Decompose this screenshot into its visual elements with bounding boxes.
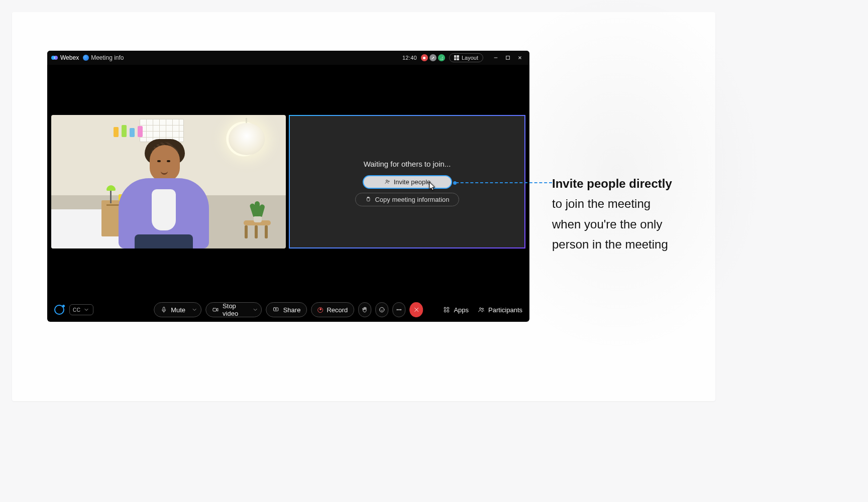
share-screen-icon [273,306,280,313]
chevron-down-icon[interactable] [191,306,198,313]
record-button[interactable]: Record [311,302,354,317]
svg-rect-0 [506,56,510,60]
svg-point-10 [400,309,401,310]
cc-label: CC [73,307,80,313]
annotation-bold: Invite people directly [552,177,672,190]
meeting-controls-bar: CC Mute Stop video Share [47,298,529,322]
window-close-button[interactable] [514,53,525,62]
raise-hand-button[interactable] [358,302,371,317]
info-icon [83,55,89,61]
microphone-icon [160,306,167,313]
invite-people-label: Invite people [394,178,431,186]
webex-meeting-window: Webex Meeting info 12:40 [47,51,529,322]
share-button[interactable]: Share [266,302,307,317]
meeting-clock: 12:40 [402,55,417,61]
layout-grid-icon [454,55,459,60]
webex-logo-icon [51,54,58,61]
svg-point-16 [482,308,484,310]
mute-button[interactable]: Mute [154,302,201,317]
svg-rect-4 [163,307,165,310]
network-status-icon[interactable] [438,54,445,61]
svg-rect-12 [448,307,450,309]
layout-label: Layout [462,55,478,61]
svg-point-8 [397,309,398,310]
participants-label: Participants [488,306,522,314]
svg-point-7 [380,307,384,312]
more-options-button[interactable] [393,302,406,317]
clipboard-icon [365,196,372,203]
meeting-info-button[interactable]: Meeting info [83,54,124,61]
app-name: Webex [60,54,79,61]
status-pills [421,54,445,61]
annotation-line-3: when you're the only [552,217,662,231]
record-label: Record [327,306,348,314]
reactions-button[interactable] [375,302,388,317]
titlebar: Webex Meeting info 12:40 [47,51,529,65]
meeting-info-label: Meeting info [91,54,124,61]
leave-meeting-button[interactable] [410,302,423,317]
camera-icon [212,306,219,313]
layout-button[interactable]: Layout [449,53,483,62]
stop-video-button[interactable]: Stop video [205,302,262,317]
annotation-callout: Invite people directly to join the meeti… [552,174,698,255]
apps-button[interactable]: Apps [443,306,469,314]
waiting-status-text: Waiting for others to join... [364,160,451,168]
window-minimize-button[interactable] [490,53,501,62]
annotation-line-2: to join the meeting [552,197,650,210]
participants-icon [478,306,485,313]
recording-status-icon[interactable] [421,54,428,61]
annotation-line-4: person in the meeting [552,237,668,251]
smiley-icon [378,306,385,313]
annotation-connector-line [456,182,552,183]
closed-captions-button[interactable]: CC [69,304,93,315]
window-maximize-button[interactable] [502,53,513,62]
self-video-placeholder [51,115,286,248]
close-icon [413,306,420,313]
webex-assistant-button[interactable] [54,305,64,315]
svg-rect-14 [448,310,450,312]
copy-meeting-info-button[interactable]: Copy meeting information [355,193,459,206]
svg-rect-5 [213,308,216,311]
webex-logo: Webex [51,54,79,61]
svg-rect-11 [445,307,447,309]
apps-grid-icon [443,306,450,313]
svg-point-9 [399,309,400,310]
doc-canvas: Webex Meeting info 12:40 [12,12,715,401]
record-icon [317,307,323,313]
self-video-tile[interactable] [51,115,286,248]
chevron-down-icon [83,306,90,313]
stop-video-label: Stop video [223,302,247,317]
invite-person-icon [384,178,391,185]
svg-rect-13 [445,310,447,312]
copy-meeting-info-label: Copy meeting information [375,196,449,203]
encryption-status-icon[interactable] [429,54,437,61]
share-label: Share [283,306,301,314]
more-horizontal-icon [396,306,403,313]
participants-button[interactable]: Participants [478,306,522,314]
svg-point-1 [386,180,387,181]
mute-label: Mute [171,306,185,314]
svg-point-15 [480,308,482,310]
apps-label: Apps [454,306,469,314]
waiting-tile: Waiting for others to join... Invite peo… [289,115,525,248]
raise-hand-icon [361,306,368,313]
invite-people-button[interactable]: Invite people [363,175,452,189]
chevron-down-icon[interactable] [253,306,259,313]
